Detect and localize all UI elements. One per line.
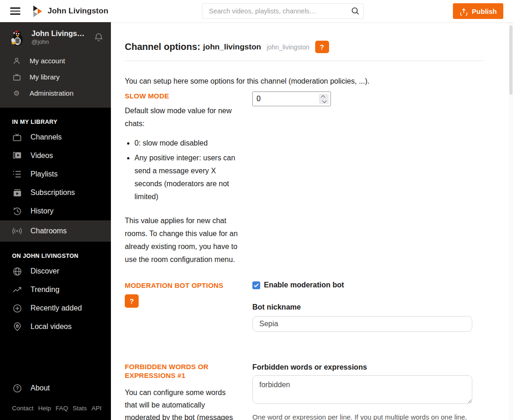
- moderation-bot-section: MODERATION BOT OPTIONS ? Enable moderati…: [125, 281, 483, 332]
- sidebar-item-trending[interactable]: Trending: [0, 280, 111, 299]
- search-bar: [202, 3, 364, 19]
- library-section-header: IN MY LIBRARY: [0, 108, 111, 128]
- check-icon: [254, 283, 259, 287]
- gear-icon: ⚙: [12, 89, 21, 97]
- link-stats[interactable]: Stats: [73, 405, 87, 412]
- sidebar-item-chatrooms[interactable]: Chatrooms: [0, 220, 111, 242]
- instance-title[interactable]: John Livingston: [48, 6, 108, 16]
- sidebar-item-playlists[interactable]: Playlists: [0, 165, 111, 183]
- user-handle: @john: [31, 38, 91, 45]
- enable-bot-row: Enable moderation bot: [252, 281, 472, 289]
- user-name[interactable]: John Livings…: [31, 30, 91, 38]
- slow-mode-description: Default slow mode value for new chats:: [125, 104, 238, 130]
- link-faq[interactable]: FAQ: [55, 405, 68, 412]
- globe-icon: [12, 267, 22, 276]
- sidebar-item-videos[interactable]: Videos: [0, 146, 111, 165]
- enable-bot-label[interactable]: Enable moderation bot: [264, 281, 344, 289]
- sidebar-item-administration[interactable]: ⚙ Administration: [0, 85, 111, 101]
- sidebar-item-subscriptions[interactable]: Subscriptions: [0, 183, 111, 202]
- intro-text: You can setup here some options for this…: [125, 77, 483, 85]
- user-block[interactable]: John Livings… @john: [0, 22, 111, 51]
- playlists-icon: [12, 170, 22, 178]
- forbidden-words-header: FORBIDDEN WORDS OR EXPRESSIONS #1: [125, 362, 238, 380]
- circle-plus-icon: [12, 304, 22, 313]
- sidebar-item-channels[interactable]: Channels: [0, 128, 111, 146]
- sidebar-item-about[interactable]: ? About: [0, 379, 111, 397]
- bullet-item: 0: slow mode disabled: [134, 137, 238, 150]
- bullet-item: Any positive integer: users can send a m…: [134, 152, 238, 203]
- search-icon[interactable]: [348, 3, 363, 19]
- slow-mode-section: SLOW MODE Default slow mode value for ne…: [125, 91, 483, 266]
- sidebar-item-local-videos[interactable]: Local videos: [0, 317, 111, 336]
- sidebar-item-my-library[interactable]: My library: [0, 69, 111, 85]
- menu-toggle-icon[interactable]: [10, 7, 20, 15]
- instance-section-header: ON JOHN LIVINGSTON: [0, 242, 111, 262]
- svg-text:?: ?: [16, 386, 18, 391]
- avatar[interactable]: [8, 29, 26, 46]
- search-input[interactable]: [202, 7, 348, 15]
- subscriptions-icon: [12, 189, 22, 197]
- account-menu: My account My library ⚙ Administration: [0, 51, 111, 108]
- page-title-row: Channel options: john_livingston john_li…: [125, 41, 483, 53]
- videos-icon: [12, 152, 22, 160]
- sidebar-item-my-account[interactable]: My account: [0, 53, 111, 69]
- moderation-bot-header: MODERATION BOT OPTIONS: [125, 281, 238, 290]
- peertube-logo-icon[interactable]: [33, 6, 42, 17]
- forbidden-words-textarea[interactable]: forbidden: [252, 375, 472, 404]
- enable-bot-checkbox[interactable]: [252, 281, 260, 289]
- notifications-bell-icon[interactable]: [94, 32, 104, 43]
- chatrooms-broadcast-icon: [12, 227, 22, 235]
- forbidden-words-help: One word or expression per line. If you …: [252, 411, 472, 420]
- question-circle-icon: ?: [12, 384, 22, 393]
- sidebar-item-history[interactable]: History: [0, 202, 111, 220]
- link-contact[interactable]: Contact: [12, 405, 34, 412]
- title-divider: [125, 61, 483, 61]
- tv-icon: [12, 73, 21, 81]
- top-bar: John Livingston Publish: [0, 0, 513, 22]
- bot-nickname-label: Bot nickname: [252, 303, 472, 311]
- slow-mode-note: This value applies for new chat rooms. T…: [125, 214, 238, 266]
- scrollbar-thumb[interactable]: [509, 25, 513, 95]
- sidebar-item-discover[interactable]: Discover: [0, 262, 111, 280]
- channels-icon: [12, 133, 22, 141]
- forbidden-words-section: FORBIDDEN WORDS OR EXPRESSIONS #1 You ca…: [125, 362, 483, 420]
- link-help[interactable]: Help: [38, 405, 51, 412]
- main-content: Channel options: john_livingston john_li…: [111, 22, 513, 420]
- sidebar-footer-links: Contact Help FAQ Stats API: [0, 397, 111, 415]
- channel-help-button[interactable]: ?: [315, 41, 329, 53]
- forbidden-words-label: Forbidden words or expressions: [252, 363, 472, 371]
- number-spinner[interactable]: [319, 94, 329, 104]
- publish-button[interactable]: Publish: [453, 3, 503, 19]
- sidebar-item-recently-added[interactable]: Recently added: [0, 299, 111, 317]
- bot-nickname-input[interactable]: [252, 316, 472, 332]
- sidebar: John Livings… @john My account: [0, 22, 111, 420]
- trending-icon: [12, 286, 22, 293]
- channel-handle: john_livingston: [267, 43, 310, 51]
- scrollbar-track[interactable]: [509, 22, 513, 420]
- slow-mode-bullets: 0: slow mode disabled Any positive integ…: [134, 137, 238, 203]
- slow-mode-header: SLOW MODE: [125, 91, 238, 100]
- moderation-bot-help-button[interactable]: ?: [125, 294, 139, 308]
- link-api[interactable]: API: [92, 405, 102, 412]
- channel-name: john_livingston: [203, 43, 261, 52]
- upload-icon: [459, 7, 468, 16]
- forbidden-words-description: You can configure some words that will b…: [125, 386, 238, 420]
- slow-mode-number-field: [252, 91, 331, 106]
- person-icon: [12, 57, 21, 65]
- map-pin-home-icon: [12, 322, 22, 331]
- page-title: Channel options:: [125, 42, 200, 52]
- history-icon: [12, 207, 22, 215]
